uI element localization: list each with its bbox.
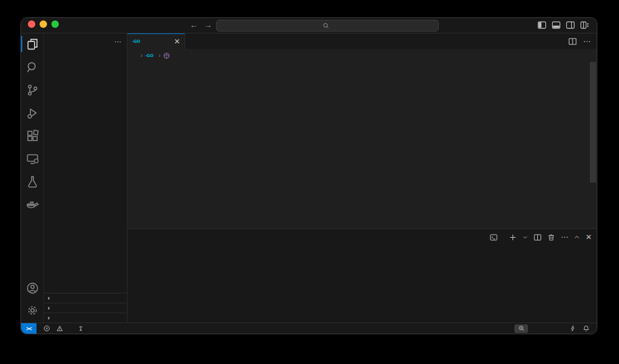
language-mode-status[interactable] <box>556 323 565 334</box>
lightning-icon <box>569 325 576 332</box>
code-editor[interactable] <box>128 62 597 228</box>
run-debug-icon[interactable] <box>22 105 43 120</box>
docker-icon[interactable] <box>22 197 43 212</box>
go-file-icon: -GO <box>132 39 141 44</box>
scrollbar-thumb[interactable] <box>590 62 596 183</box>
split-editor-icon[interactable] <box>568 37 577 46</box>
close-panel-icon[interactable]: ✕ <box>586 233 592 241</box>
editor-more-actions-icon[interactable]: ⋯ <box>583 37 591 46</box>
toggle-secondary-sidebar-icon[interactable] <box>566 20 575 30</box>
activity-bar <box>21 33 44 323</box>
remote-explorer-icon[interactable] <box>22 151 43 166</box>
minimize-window-button[interactable] <box>40 20 47 28</box>
testing-icon[interactable] <box>22 174 43 189</box>
panel-more-actions-icon[interactable]: ⋯ <box>561 233 568 241</box>
chevron-right-icon: › <box>158 52 160 59</box>
error-icon <box>43 325 50 332</box>
cursor-position-status[interactable] <box>532 323 538 334</box>
search-icon <box>322 22 329 29</box>
sidebar-bottom-sections: › › › <box>44 293 127 323</box>
search-icon[interactable] <box>22 59 43 74</box>
source-control-icon[interactable] <box>22 82 43 97</box>
notifications-bell[interactable] <box>579 323 593 334</box>
terminal-profile-chevron-down-icon[interactable] <box>522 235 528 240</box>
settings-gear-icon[interactable] <box>22 303 43 318</box>
zoom-status-button[interactable] <box>514 324 528 333</box>
command-center-search[interactable] <box>216 20 439 32</box>
eol-status[interactable] <box>550 323 556 334</box>
accounts-icon[interactable] <box>22 280 43 295</box>
go-section[interactable]: › <box>44 313 127 323</box>
history-forward-icon[interactable]: → <box>202 20 214 31</box>
chevron-right-icon: › <box>48 295 50 301</box>
chevron-right-icon: › <box>48 305 50 311</box>
title-bar: ← → <box>21 18 597 33</box>
vscode-window: ← → <box>20 17 597 334</box>
terminal-output[interactable] <box>128 245 597 323</box>
history-back-icon[interactable]: ← <box>188 20 199 31</box>
chevron-right-icon: › <box>48 314 50 321</box>
go-file-icon: -GO <box>145 53 154 58</box>
go-version-status[interactable] <box>565 323 579 334</box>
indentation-status[interactable] <box>538 323 544 334</box>
maximize-panel-chevron-up-icon[interactable] <box>574 234 580 240</box>
chevron-right-icon: › <box>141 52 142 59</box>
bell-icon <box>582 325 590 332</box>
radio-tower-icon <box>77 325 84 332</box>
explorer-icon[interactable] <box>22 37 43 51</box>
extensions-icon[interactable] <box>22 128 43 143</box>
kill-terminal-trash-icon[interactable] <box>547 233 555 241</box>
close-window-button[interactable] <box>28 20 35 28</box>
editor-scrollbar[interactable] <box>589 62 597 228</box>
new-terminal-plus-icon[interactable] <box>509 233 517 241</box>
symbol-namespace-icon <box>163 52 170 59</box>
explorer-sidebar: ⋯ › › › <box>44 33 128 323</box>
zoom-in-icon <box>518 325 525 332</box>
status-bar: >< <box>21 323 597 334</box>
remote-indicator[interactable]: >< <box>21 323 37 334</box>
encoding-status[interactable] <box>544 323 550 334</box>
close-tab-icon[interactable]: ✕ <box>174 38 180 45</box>
split-terminal-icon[interactable] <box>534 233 542 241</box>
ports-status[interactable] <box>74 323 89 334</box>
editor-tab-bar: -GO ✕ ⋯ <box>128 33 597 49</box>
outline-section[interactable]: › <box>44 293 127 303</box>
toggle-primary-sidebar-icon[interactable] <box>537 20 547 30</box>
terminal-icon <box>490 233 498 241</box>
warning-icon <box>56 325 63 332</box>
tab-main-go[interactable]: -GO ✕ <box>128 33 185 49</box>
timeline-section[interactable]: › <box>44 303 127 313</box>
explorer-more-actions-icon[interactable]: ⋯ <box>115 38 122 46</box>
breadcrumb: › -GO › <box>128 49 597 62</box>
toggle-panel-icon[interactable] <box>552 20 561 30</box>
customize-layout-icon[interactable] <box>580 20 589 30</box>
zoom-window-button[interactable] <box>51 20 59 28</box>
problems-status[interactable] <box>40 323 68 334</box>
bottom-panel: ⋯ ✕ <box>128 228 597 323</box>
